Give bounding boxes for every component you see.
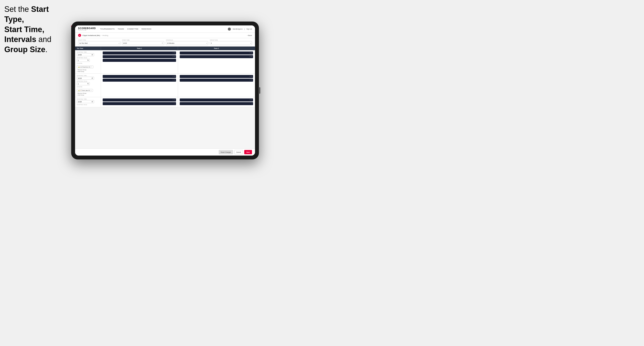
- course-name-1: (A) Peachtree GC: [80, 66, 90, 68]
- remove-team1-slot1b[interactable]: × ✎: [172, 56, 175, 57]
- start-type-label: Start Type: [78, 39, 120, 41]
- instruction-line2: Start Time,: [4, 25, 44, 34]
- team2-cell-2: × ✎ × ✎: [178, 74, 255, 97]
- remove-team2-slot2a[interactable]: × ✎: [250, 76, 252, 77]
- add-group-1[interactable]: + Add Group: [77, 71, 99, 72]
- instruction-line1-normal: Set the: [4, 5, 31, 13]
- course-tag-1: ⛳ (A) Peachtree GC ×: [77, 65, 94, 68]
- team2-slot-1a: × ✎: [180, 51, 253, 54]
- start-time-select[interactable]: 10:00 ⏱: [122, 41, 164, 45]
- save-button[interactable]: Save: [244, 150, 252, 154]
- course-label-2: COURSE:: [77, 86, 99, 87]
- navbar: SCOREBOARD Powered by clipp TOURNAMENTS …: [75, 25, 255, 33]
- intervals-select[interactable]: 10 Minutes ▾: [166, 41, 208, 45]
- starting-time-label-2: STARTING TIME:: [77, 75, 99, 76]
- tablet-side-button: [259, 87, 260, 94]
- logo-sub: Powered by clipp: [78, 29, 96, 31]
- starting-time-label-3: STARTING TIME:: [77, 98, 99, 100]
- remove-team2-slot1a[interactable]: × ✎: [250, 52, 252, 54]
- nav-rankings[interactable]: RANKINGS: [142, 28, 152, 30]
- add-group-2[interactable]: + Add Group: [77, 94, 99, 96]
- course-label-1: COURSE:: [77, 63, 99, 64]
- team1-slot-2b: × ✎: [103, 79, 176, 82]
- starting-time-input-1[interactable]: 10:00 ⏱: [77, 53, 94, 56]
- reset-changes-button[interactable]: Reset Changes: [219, 150, 233, 154]
- starting-hole-input-1[interactable]: 1 ⇅: [77, 59, 90, 62]
- intervals-label: Intervals: [166, 39, 208, 41]
- table-row: STARTING TIME: 10:10 ⏱ STARTING HOLE: 1 …: [75, 74, 255, 97]
- start-time-value: 10:00: [123, 42, 127, 44]
- starting-hole-label-3: STARTING HOLE:: [77, 104, 99, 105]
- instruction-line3-bold: Intervals: [4, 35, 36, 44]
- remove-group-1[interactable]: - Remove Group: [77, 69, 99, 70]
- start-type-group: Start Type 1st Tee Start ▾: [78, 39, 120, 45]
- team1-slot-1c: [103, 59, 176, 62]
- remove-course-2[interactable]: ×: [91, 90, 92, 91]
- remove-team2-slot1b[interactable]: × ✎: [250, 56, 252, 57]
- starting-time-label-1: STARTING TIME:: [77, 51, 99, 53]
- group-size-label: Group Size: [210, 39, 252, 41]
- remove-team2-slot3b[interactable]: —: [251, 103, 252, 105]
- remove-team1-slot3b[interactable]: —: [174, 103, 175, 105]
- intervals-group: Intervals 10 Minutes ▾: [166, 39, 208, 45]
- intervals-value: 10 Minutes: [167, 42, 174, 44]
- remove-team2-slot2b[interactable]: × ✎: [250, 79, 252, 81]
- breadcrumb-tournament[interactable]: Clippd Invitational (Me): [82, 34, 100, 36]
- team2-slot-2b: × ✎: [180, 79, 253, 82]
- starting-time-input-3[interactable]: 10:20 ⏱: [77, 100, 94, 103]
- start-time-group: Start Time 10:00 ⏱: [122, 39, 164, 45]
- team1-slot-2a: × ✎: [103, 75, 176, 78]
- remove-team1-slot2a[interactable]: × ✎: [172, 76, 175, 77]
- starting-time-input-2[interactable]: 10:10 ⏱: [77, 77, 94, 80]
- cancel-button[interactable]: Cancel: [234, 150, 243, 154]
- instruction-text: Set the Start Type, Start Time, Interval…: [4, 4, 69, 55]
- breadcrumb-bar: C Clippd Invitational (Me) › Hosting ‹ B…: [75, 33, 255, 38]
- nav-committee[interactable]: COMMITTEE: [127, 28, 138, 30]
- nav-links: TOURNAMENTS TEAMS COMMITTEE RANKINGS: [100, 28, 228, 30]
- team2-cell-3: × ✎ —: [178, 97, 255, 107]
- app-logo: C: [78, 34, 81, 37]
- table-header: Tee Time Team 1 Team 2: [75, 46, 255, 50]
- tee-time-cell-1: STARTING TIME: 10:00 ⏱ STARTING HOLE: 1 …: [75, 50, 101, 73]
- remove-group-2[interactable]: - Remove Group: [77, 93, 99, 94]
- remove-course-1[interactable]: ×: [91, 66, 92, 68]
- tee-time-cell-3: STARTING TIME: 10:20 ⏱ STARTING HOLE:: [75, 97, 101, 107]
- remove-team1-slot1a[interactable]: × ✎: [172, 52, 175, 54]
- remove-team2-slot3a[interactable]: × ✎: [250, 99, 252, 101]
- stepper-icon-1: ⇅: [88, 59, 89, 61]
- table-scroll[interactable]: STARTING TIME: 10:00 ⏱ STARTING HOLE: 1 …: [75, 50, 255, 149]
- team2-slot-1b: × ✎: [180, 55, 253, 58]
- action-links-1: - Remove Group + Add Group: [77, 69, 99, 72]
- tablet-screen: SCOREBOARD Powered by clipp TOURNAMENTS …: [75, 25, 255, 156]
- back-button[interactable]: ‹ Back: [247, 34, 252, 36]
- starting-hole-input-2[interactable]: 1 ⇅: [77, 82, 90, 85]
- th-team2: Team 2: [178, 46, 255, 50]
- bottom-bar: Reset Changes Cancel Save: [75, 149, 255, 156]
- th-team1: Team 1: [101, 46, 178, 50]
- team2-slot-3b: —: [180, 102, 253, 105]
- start-type-value: 1st Tee Start: [79, 42, 88, 44]
- instruction-line4-bold: Group Size: [4, 45, 45, 54]
- team1-slot-1a: × ✎: [103, 51, 176, 54]
- chevron-down-icon: ▾: [119, 42, 119, 44]
- sign-out-link[interactable]: Sign out: [246, 28, 252, 30]
- instruction-line3-normal: and: [36, 35, 51, 44]
- team1-cell-3: × ✎ —: [101, 97, 178, 107]
- th-tee-time: Tee Time: [75, 46, 101, 50]
- separator: |: [244, 28, 245, 30]
- group-size-select[interactable]: 3 ▾: [210, 41, 252, 45]
- nav-tournaments[interactable]: TOURNAMENTS: [100, 28, 114, 30]
- team2-cell-1: × ✎ × ✎: [178, 50, 255, 73]
- team2-slot-2a: × ✎: [180, 75, 253, 78]
- starting-hole-label-1: STARTING HOLE:: [77, 57, 99, 58]
- table-row: STARTING TIME: 10:20 ⏱ STARTING HOLE: × …: [75, 97, 255, 107]
- start-type-select[interactable]: 1st Tee Start ▾: [78, 41, 120, 45]
- instruction-line4-normal: .: [45, 45, 48, 54]
- remove-team1-slot2b[interactable]: × ✎: [172, 79, 175, 81]
- nav-teams[interactable]: TEAMS: [118, 28, 124, 30]
- remove-team1-slot3a[interactable]: × ✎: [172, 99, 175, 101]
- course-name-2: 🏌 East Lake GC: [80, 90, 90, 91]
- action-links-2: - Remove Group + Add Group: [77, 93, 99, 96]
- start-time-label: Start Time: [122, 39, 164, 41]
- clock-icon: ⏱: [162, 42, 163, 44]
